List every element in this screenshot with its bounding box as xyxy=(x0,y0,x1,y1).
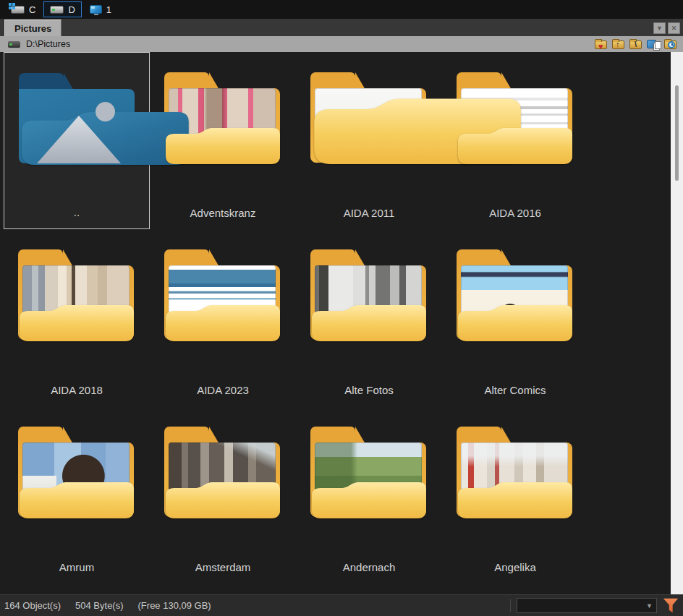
parent-folder-icon xyxy=(17,72,138,168)
root-folder-button[interactable]: \ xyxy=(629,38,643,51)
go-up-button[interactable]: ↑ xyxy=(611,38,626,51)
tab-bar: Pictures ▼ ✕ xyxy=(0,19,683,36)
folder-label: Amrum xyxy=(5,561,148,573)
folder-grid: .. Adventskranz xyxy=(0,52,671,594)
folder-label: AIDA 2023 xyxy=(151,384,294,396)
folder-icon xyxy=(308,71,430,168)
drive-tab-label: C xyxy=(29,4,35,15)
history-button[interactable] xyxy=(663,38,678,51)
scrollbar-thumb[interactable] xyxy=(675,85,679,181)
drive-tab-label: D xyxy=(68,4,75,15)
folder-icon xyxy=(16,425,137,522)
filter-combo[interactable]: ▼ xyxy=(517,598,657,613)
free-space: (Free 130,09 GB) xyxy=(138,600,211,611)
folder-item[interactable]: .. xyxy=(4,52,150,229)
address-bar: D:\Pictures ♥ ↑ \ xyxy=(0,36,683,52)
folder-label: Adventskranz xyxy=(151,207,294,219)
total-size: 504 Byte(s) xyxy=(75,600,123,611)
network-computer-icon xyxy=(90,5,102,14)
folder-item[interactable]: AIDA 2023 xyxy=(150,229,296,406)
chevron-down-icon: ▼ xyxy=(656,25,663,32)
heart-icon: ♥ xyxy=(598,43,603,51)
folder-label: Alter Comics xyxy=(444,384,587,396)
drive-tab-c[interactable]: C xyxy=(4,1,42,17)
close-icon: ✕ xyxy=(671,25,677,32)
up-arrow-icon: ↑ xyxy=(616,40,620,48)
drive-bar: C D 1 xyxy=(0,0,683,19)
favorites-button[interactable]: ♥ xyxy=(594,38,608,51)
folder-icon xyxy=(308,425,430,522)
folder-item[interactable]: Alte Fotos xyxy=(296,229,442,406)
close-tab-button[interactable]: ✕ xyxy=(668,22,680,34)
folder-label: Alte Fotos xyxy=(297,384,441,396)
folder-label: Andernach xyxy=(297,561,441,573)
folder-item[interactable]: Adventskranz xyxy=(150,52,296,229)
current-path[interactable]: D:\Pictures xyxy=(26,39,70,49)
drive-tab-label: 1 xyxy=(106,4,111,15)
folder-label: AIDA 2011 xyxy=(297,207,441,219)
folder-icon xyxy=(16,248,137,345)
tab-list-dropdown-button[interactable]: ▼ xyxy=(653,22,666,34)
combo-arrow-icon: ▼ xyxy=(646,602,653,609)
folder-item[interactable]: Alter Comics xyxy=(442,229,588,406)
backslash-icon: \ xyxy=(635,40,637,48)
content-area: .. Adventskranz xyxy=(0,52,683,594)
folder-item[interactable]: AIDA 2016 xyxy=(442,52,588,229)
network-tab-1[interactable]: 1 xyxy=(83,1,118,17)
sun-icon xyxy=(96,102,115,121)
drive-windows-icon xyxy=(11,6,25,14)
folder-item[interactable]: Amsterdam xyxy=(150,406,296,583)
drive-icon-small xyxy=(8,41,20,48)
drive-icon xyxy=(50,6,64,14)
folder-item[interactable]: AIDA 2018 xyxy=(4,229,150,406)
folder-icon xyxy=(454,425,576,522)
copy-view-button[interactable] xyxy=(646,38,661,51)
folder-icon xyxy=(308,248,430,345)
folder-icon xyxy=(454,248,576,345)
monitor-pages-icon xyxy=(647,40,656,48)
object-count: 164 Object(s) xyxy=(4,600,61,611)
folder-icon xyxy=(162,248,284,345)
tab-pictures[interactable]: Pictures xyxy=(4,20,61,36)
folder-item[interactable]: Angelika xyxy=(442,406,588,583)
file-manager-window: C D 1 Pictures ▼ ✕ D:\Pictures xyxy=(0,0,683,616)
folder-label: Amsterdam xyxy=(151,561,294,573)
status-bar: 164 Object(s) 504 Byte(s) (Free 130,09 G… xyxy=(0,594,683,616)
filter-funnel-icon[interactable] xyxy=(663,598,679,613)
folder-label: .. xyxy=(6,206,148,218)
folder-item[interactable]: AIDA 2011 xyxy=(296,52,442,229)
folder-icon xyxy=(162,425,284,522)
vertical-scrollbar[interactable] xyxy=(671,52,683,594)
drive-tab-d[interactable]: D xyxy=(43,1,81,17)
clock-icon xyxy=(668,41,675,48)
folder-item[interactable]: Andernach xyxy=(296,406,442,583)
folder-icon xyxy=(17,72,138,168)
folder-label: AIDA 2016 xyxy=(444,207,587,219)
tab-label: Pictures xyxy=(14,23,51,34)
statusbar-separator xyxy=(510,599,511,612)
folder-item[interactable]: Amrum xyxy=(4,406,150,583)
folder-label: AIDA 2018 xyxy=(5,384,148,396)
folder-label: Angelika xyxy=(444,561,587,573)
